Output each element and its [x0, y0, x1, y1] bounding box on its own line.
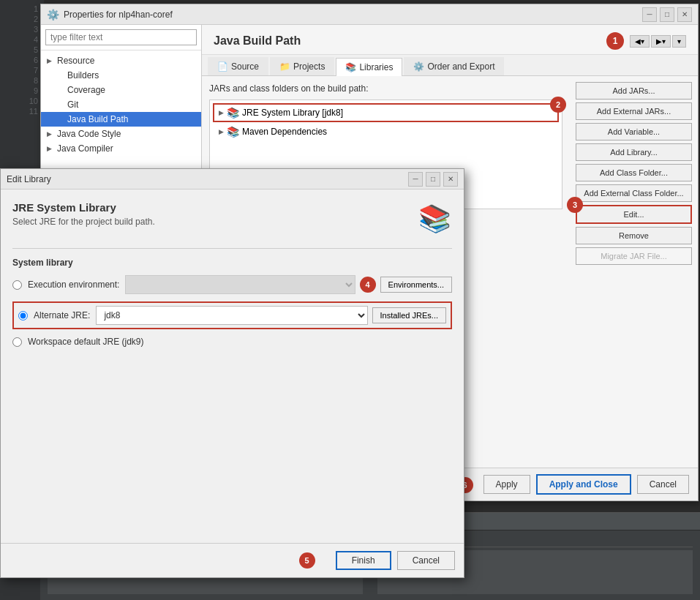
nav-item-java-build-path[interactable]: Java Build Path — [41, 112, 201, 127]
edit-lib-title: Edit Library — [7, 174, 51, 184]
nav-item-coverage[interactable]: Coverage — [41, 83, 201, 97]
edit-lib-spacer — [1, 378, 464, 544]
titlebar-buttons: ─ □ ✕ — [642, 7, 692, 22]
nav-item-java-compiler[interactable]: ▶ Java Compiler — [41, 141, 201, 156]
migrate-jar-button: Migrate JAR File... — [576, 247, 692, 265]
arrow-icon: ▶ — [47, 130, 54, 138]
add-external-jars-button[interactable]: Add External JARs... — [576, 102, 692, 120]
arrow-icon: ▶ — [47, 145, 54, 152]
maven-icon: 📚 — [227, 126, 239, 138]
properties-title: ⚙️ Properties for nlp4han-coref — [47, 9, 173, 20]
add-external-class-folder-button[interactable]: Add External Class Folder... — [576, 184, 692, 202]
edit-lib-cancel-button[interactable]: Cancel — [397, 551, 455, 570]
system-lib-label: System library — [12, 258, 452, 268]
radio-alternate-jre-row: Alternate JRE: jdk8 Installed JREs... — [12, 301, 452, 329]
nav-item-resource[interactable]: ▶ Resource — [41, 53, 201, 68]
edit-lib-desc: Select JRE for the project build path. — [12, 217, 155, 227]
badge-4: 4 — [360, 277, 376, 293]
properties-titlebar: ⚙️ Properties for nlp4han-coref ─ □ ✕ — [41, 4, 698, 25]
alternate-jre-select[interactable]: jdk8 — [96, 306, 367, 325]
properties-title-icon: ⚙️ — [47, 9, 59, 20]
maximize-button[interactable]: □ — [660, 7, 674, 22]
apply-button[interactable]: Apply — [483, 475, 530, 494]
edit-lib-body: JRE System Library Select JRE for the pr… — [1, 190, 464, 378]
divider — [12, 248, 452, 249]
badge-3: 3 — [567, 197, 583, 213]
edit-lib-titlebar-buttons: ─ □ ✕ — [408, 172, 458, 187]
nav-item-git[interactable]: Git — [41, 97, 201, 112]
radio-workspace-jre[interactable] — [12, 337, 22, 347]
right-title: Java Build Path — [214, 34, 301, 48]
source-tab-icon: 📄 — [217, 61, 228, 72]
edit-lib-minimize[interactable]: ─ — [408, 172, 423, 187]
back-button[interactable]: ◀▾ — [630, 35, 650, 48]
nav-arrows: ◀▾ ▶▾ ▾ — [630, 35, 686, 48]
edit-lib-header: JRE System Library Select JRE for the pr… — [12, 201, 452, 236]
build-tree-item-maven[interactable]: ▶ 📚 Maven Dependencies — [213, 122, 559, 141]
projects-tab-icon: 📁 — [279, 61, 290, 72]
radio-exec-env-label: Execution environment: — [28, 280, 119, 290]
edit-button[interactable]: Edit... — [576, 205, 692, 224]
build-path-label: JARs and class folders on the build path… — [209, 83, 562, 94]
tabs-bar: 📄 Source 📁 Projects 📚 Libraries ⚙️ Order… — [202, 55, 698, 76]
radio-alternate-jre[interactable] — [18, 311, 28, 320]
arrow-icon: ▶ — [47, 57, 54, 64]
tab-source[interactable]: 📄 Source — [208, 57, 268, 75]
libraries-tab-icon: 📚 — [345, 62, 356, 72]
edit-lib-titlebar: Edit Library ─ □ ✕ — [1, 169, 464, 190]
add-library-button[interactable]: Add Library... — [576, 143, 692, 161]
library-icon: 📚 — [417, 201, 452, 236]
right-header: Java Build Path 1 ◀▾ ▶▾ ▾ — [202, 25, 698, 55]
exec-env-select[interactable] — [125, 275, 355, 294]
finish-button[interactable]: Finish — [336, 551, 391, 570]
edit-lib-heading: JRE System Library — [12, 201, 155, 214]
order-export-tab-icon: ⚙️ — [413, 61, 424, 72]
expand-icon: ▶ — [219, 109, 224, 116]
radio-workspace-jre-row: Workspace default JRE (jdk9) — [12, 337, 452, 347]
menu-button[interactable]: ▾ — [672, 35, 686, 48]
radio-exec-env[interactable] — [12, 280, 22, 290]
nav-item-builders[interactable]: Builders — [41, 68, 201, 83]
radio-workspace-jre-label: Workspace default JRE (jdk9) — [28, 337, 144, 347]
badge-1: 1 — [606, 32, 624, 50]
installed-jres-button[interactable]: Installed JREs... — [372, 307, 446, 323]
nav-item-java-code-style[interactable]: ▶ Java Code Style — [41, 127, 201, 141]
tab-order-export[interactable]: ⚙️ Order and Export — [404, 57, 504, 75]
radio-alternate-jre-label: Alternate JRE: — [34, 310, 90, 320]
add-class-folder-button[interactable]: Add Class Folder... — [576, 164, 692, 181]
add-variable-button[interactable]: Add Variable... — [576, 123, 692, 140]
minimize-button[interactable]: ─ — [642, 7, 657, 22]
add-jars-button[interactable]: Add JARs... — [576, 82, 692, 100]
environments-button[interactable]: Environments... — [380, 277, 452, 293]
radio-group: Execution environment: 4 Environments...… — [12, 275, 452, 347]
filter-input[interactable] — [45, 29, 197, 45]
badge-2: 2 — [550, 97, 566, 113]
edit-lib-close[interactable]: ✕ — [443, 172, 458, 187]
build-tree-item-jre[interactable]: ▶ 📚 JRE System Library [jdk8] 2 — [213, 103, 559, 122]
radio-exec-env-row: Execution environment: 4 Environments... — [12, 275, 452, 294]
apply-and-close-button[interactable]: Apply and Close — [536, 474, 631, 495]
badge-5: 5 — [299, 552, 315, 569]
filter-box — [41, 25, 201, 50]
edit-library-dialog: Edit Library ─ □ ✕ JRE System Library Se… — [0, 168, 464, 578]
expand-icon: ▶ — [219, 128, 224, 135]
tab-projects[interactable]: 📁 Projects — [270, 57, 334, 75]
jre-icon: 📚 — [227, 107, 239, 119]
side-buttons: Add JARs... Add External JARs... Add Var… — [570, 76, 698, 468]
forward-button[interactable]: ▶▾ — [651, 35, 671, 48]
edit-lib-maximize[interactable]: □ — [426, 172, 440, 187]
cancel-button[interactable]: Cancel — [637, 475, 689, 494]
tab-libraries[interactable]: 📚 Libraries — [336, 58, 402, 76]
remove-button[interactable]: Remove — [576, 227, 692, 244]
edit-lib-footer: 5 Finish Cancel — [1, 543, 464, 577]
close-button[interactable]: ✕ — [677, 7, 692, 22]
